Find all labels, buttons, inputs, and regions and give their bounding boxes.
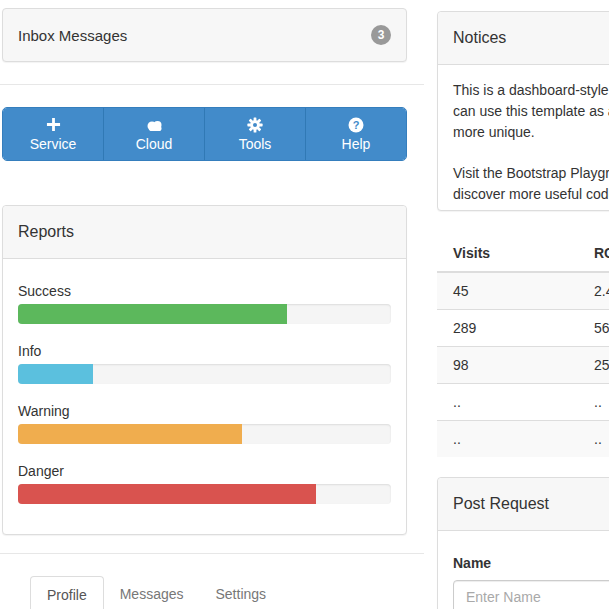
tab-settings[interactable]: Settings xyxy=(200,576,283,609)
help-button[interactable]: ?Help xyxy=(305,108,406,160)
post-request-panel: Post Request Name xyxy=(437,477,609,609)
table-cell: 98 xyxy=(437,347,578,384)
tab-messages[interactable]: Messages xyxy=(104,576,200,609)
toolbar: ServiceCloudTools?Help xyxy=(2,107,407,161)
notices-body: This is a dashboard-style template. Youc… xyxy=(438,65,609,210)
notice-line: Visit the Bootstrap Playground to xyxy=(453,163,609,184)
table-cell: 45 xyxy=(437,272,578,310)
table-row: 28956.2% xyxy=(437,310,609,347)
column-header-roi: ROI xyxy=(578,235,609,272)
reports-panel: Reports SuccessInfoWarningDanger xyxy=(2,205,407,535)
progress-group-success: Success xyxy=(18,283,391,324)
right-column: Notices This is a dashboard-style templa… xyxy=(437,11,609,609)
notices-panel: Notices This is a dashboard-style templa… xyxy=(437,11,609,211)
table-cell: 2.45% xyxy=(578,272,609,310)
notices-panel-title: Notices xyxy=(438,12,609,65)
inbox-count-badge: 3 xyxy=(371,25,391,45)
column-header-visits: Visits xyxy=(437,235,578,272)
table-row: 452.45% xyxy=(437,272,609,310)
progress-label: Success xyxy=(18,283,391,300)
button-label: Service xyxy=(30,136,77,152)
question-circle-icon: ? xyxy=(348,117,364,133)
left-column: Inbox Messages 3 ServiceCloudTools?Help … xyxy=(0,0,424,609)
progress-label: Danger xyxy=(18,463,391,480)
stats-table-header: VisitsROI xyxy=(437,235,609,272)
divider xyxy=(0,84,424,85)
progress-track xyxy=(18,364,391,384)
tools-button[interactable]: Tools xyxy=(204,108,305,160)
divider xyxy=(0,553,424,554)
table-cell: 25% xyxy=(578,347,609,384)
table-cell: 56.2% xyxy=(578,310,609,347)
button-label: Cloud xyxy=(136,136,173,152)
inbox-messages-title: Inbox Messages xyxy=(18,27,127,44)
table-cell: .. xyxy=(578,421,609,458)
notice-paragraph: This is a dashboard-style template. Youc… xyxy=(453,80,609,143)
progress-track xyxy=(18,424,391,444)
progress-track xyxy=(18,484,391,504)
inbox-messages-panel: Inbox Messages 3 xyxy=(2,8,407,62)
notice-paragraph: Visit the Bootstrap Playground todiscove… xyxy=(453,163,609,205)
svg-text:?: ? xyxy=(353,118,360,130)
tab-profile[interactable]: Profile xyxy=(30,576,104,609)
post-request-form: Name xyxy=(438,531,609,609)
table-cell: .. xyxy=(578,384,609,421)
notice-line: can use this template as a base to make … xyxy=(453,101,609,122)
stats-table: VisitsROI 452.45%28956.2%9825%........ xyxy=(437,235,609,457)
name-field-label: Name xyxy=(453,555,609,572)
progress-bar-danger xyxy=(18,484,316,504)
button-label: Tools xyxy=(239,136,272,152)
progress-group-danger: Danger xyxy=(18,463,391,504)
tab-bar: ProfileMessagesSettings xyxy=(30,576,424,609)
table-row: .... xyxy=(437,421,609,458)
progress-label: Info xyxy=(18,343,391,360)
progress-group-warning: Warning xyxy=(18,403,391,444)
notice-line: This is a dashboard-style template. You xyxy=(453,80,609,101)
cloud-button[interactable]: Cloud xyxy=(103,108,204,160)
table-cell: .. xyxy=(437,421,578,458)
table-row: 9825% xyxy=(437,347,609,384)
table-cell: .. xyxy=(437,384,578,421)
notice-line: discover more useful code snippets. xyxy=(453,184,609,205)
progress-list: SuccessInfoWarningDanger xyxy=(3,259,406,534)
reports-panel-title: Reports xyxy=(3,206,406,259)
service-button[interactable]: Service xyxy=(3,108,103,160)
table-row: .... xyxy=(437,384,609,421)
progress-bar-warning xyxy=(18,424,242,444)
cloud-icon xyxy=(145,117,164,133)
table-cell: 289 xyxy=(437,310,578,347)
plus-icon xyxy=(46,117,61,133)
name-input[interactable] xyxy=(453,580,609,609)
post-request-panel-title: Post Request xyxy=(438,478,609,531)
notice-line: more unique. xyxy=(453,122,609,143)
button-label: Help xyxy=(342,136,371,152)
progress-track xyxy=(18,304,391,324)
progress-bar-info xyxy=(18,364,93,384)
progress-group-info: Info xyxy=(18,343,391,384)
gear-icon xyxy=(247,117,263,133)
progress-bar-success xyxy=(18,304,287,324)
progress-label: Warning xyxy=(18,403,391,420)
